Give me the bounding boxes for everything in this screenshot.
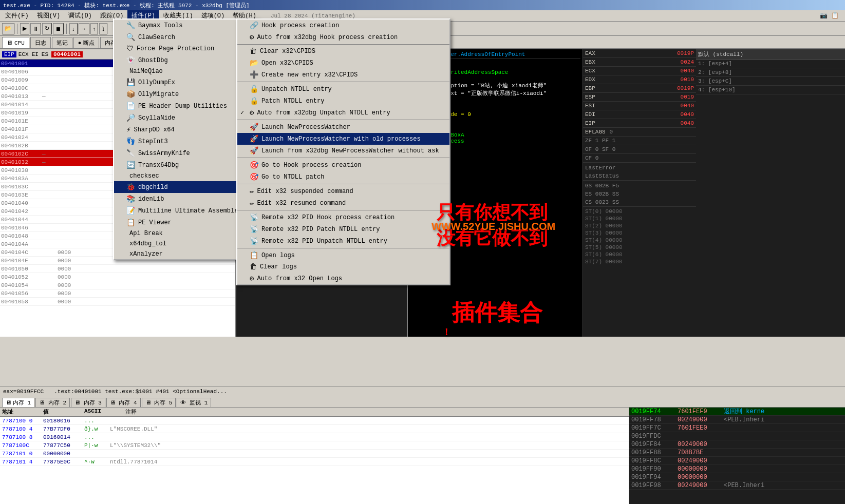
mem-row[interactable]: 7787101 4 77875E0C ^·w ntdll.77871014 [0, 458, 629, 466]
code-view[interactable]: mov eax,0x3 and eax,0xB mov eax,0x0 mov … [236, 49, 407, 337]
stack-row[interactable]: 0019FFDC [629, 432, 845, 440]
mem-row[interactable]: 7787101 0 00000000 [0, 450, 629, 458]
menu-api-break[interactable]: Api Break ▶ [114, 228, 258, 239]
submenu-arrow: ▶ [245, 150, 248, 157]
menu-swissarmyknife[interactable]: 🔪 SwissArmyKnife ▶ [114, 147, 258, 159]
registers-panel: EAX0019P EBX0024 ECX0040 EDX0019 EBP0019… [583, 49, 696, 337]
submenu-arrow: ▶ [245, 103, 248, 109]
run-btn[interactable]: ▶ [20, 23, 29, 34]
code-line: int3 [238, 142, 405, 150]
stack-panel: 默认 (stdcall) 1: [esp+4] 2: [esp+8] 3: [e… [696, 49, 845, 337]
bottom-tab-mem4[interactable]: 🖥 内存 4 [106, 398, 141, 407]
submenu-arrow: ▶ [245, 23, 248, 29]
stack-row[interactable]: 0019FF7C 7601FEE0 [629, 424, 845, 432]
menu-ollydumpex[interactable]: 💾 OllyDumpEx ▶ [114, 76, 258, 88]
menu-multiline[interactable]: 📝 Multiline Ultimate Assembler ▶ [114, 205, 258, 217]
menu-scyllanide[interactable]: 🔎 ScyllaNide ▶ [114, 112, 258, 124]
tab-snowman[interactable]: Snowman [336, 37, 369, 48]
disasm-row[interactable]: 004010580000 [0, 298, 235, 306]
status-eax: eax=0019FFCC [3, 389, 44, 395]
baymax-icon: 🔧 [126, 21, 135, 30]
disasm-row[interactable]: 004010500000 [0, 265, 235, 273]
open-btn[interactable]: 📂 [2, 23, 14, 34]
menu-ghostdbg[interactable]: 👻 GhostDbg ▶ [114, 54, 258, 66]
step-over-btn[interactable]: → [79, 23, 89, 34]
lasterror-label: LastError [583, 163, 696, 172]
step-into-btn[interactable]: ↓ [69, 23, 78, 34]
laststatus-label: LastStatus [583, 172, 696, 180]
mem-row[interactable]: 7787100 8 00160014 ... [0, 433, 629, 441]
tab-cpu-label: CPU [14, 40, 25, 46]
stack-row[interactable]: 0019FF78 00249000 <PEB.Inheri [629, 416, 845, 424]
tab-pe-viewer[interactable]: PE Viewer [296, 37, 335, 48]
menu-baymax[interactable]: 🔧 Baymax Tools ▶ [114, 20, 258, 31]
menu-transx64[interactable]: 🔄 Transx64Dbg ▶ [114, 159, 258, 171]
fpu-row: ST(2) 00000 [583, 222, 696, 229]
menu-sharpod[interactable]: ⚡ SharpOD x64 ▶ [114, 124, 258, 135]
flags-row: OF 0 SF 0 [583, 145, 696, 154]
mem-row[interactable]: 7787100 4 77B77DF0 ð}.w L"MSCOREE.DLL" [0, 425, 629, 433]
tab-breakpoints[interactable]: ● 断点 [73, 37, 100, 48]
tab-cpu[interactable]: 🖥 CPU [2, 37, 29, 48]
memory-panel: 地址 值 ASCII 注释 7787100 0 00180016 ... 778… [0, 408, 629, 504]
menu-checksec[interactable]: checksec ▶ [114, 171, 258, 181]
menu-debug[interactable]: 调试(D) [64, 10, 96, 21]
bottom-tab-mem1[interactable]: 🖥 内存 1 [2, 398, 34, 407]
menu-naimeqiao[interactable]: NaiMeQiao ▶ [114, 66, 258, 76]
pause-btn[interactable]: ⏸ [30, 23, 41, 34]
status-path: .text:00401001 test.exe:$1001 #401 <Opti… [54, 389, 227, 395]
bottom-tab-mem5[interactable]: 🖥 内存 5 [142, 398, 176, 407]
run-to-cursor-btn[interactable]: ⤵ [99, 23, 107, 34]
stop-btn[interactable]: ⏹ [53, 23, 64, 34]
status-bar: eax=0019FFCC .text:00401001 test.exe:$10… [0, 386, 845, 396]
stack-row[interactable]: 0019FF84 00249000 [629, 440, 845, 449]
bottom-area: 🖥 内存 1 🖥 内存 2 🖥 内存 3 🖥 内存 4 🖥 内存 5 👁 监视 … [0, 396, 845, 504]
code-line: push test.403000 [238, 92, 405, 101]
submenu-arrow: ▶ [245, 34, 248, 41]
scylla-icon: 🔎 [126, 113, 135, 122]
tab-bp-text: 断点 [83, 39, 95, 47]
menu-clawsearch[interactable]: 🔍 ClawSearch ▶ [114, 31, 258, 43]
mem-row[interactable]: 7787100C 77877C50 P|·w L"\\SYSTEM32\\" [0, 441, 629, 450]
bottom-tab-mem3[interactable]: 🖥 内存 3 [71, 398, 105, 407]
tab-trace[interactable]: 跟踪 [257, 37, 277, 48]
menu-xanalyzer[interactable]: xAnalyzer ▶ [114, 249, 258, 259]
bottom-tab-mem2[interactable]: 🖥 内存 2 [35, 398, 70, 407]
tab-pe[interactable]: PE [278, 37, 294, 48]
menu-dbgchild[interactable]: 🐞 dbgchild ▶ [114, 181, 258, 193]
fpu-row: ST(0) 00000 [583, 208, 696, 215]
menu-ollymigrate[interactable]: 📦 OllyMigrate ▶ [114, 88, 258, 100]
fpu-row: ST(5) 00000 [583, 244, 696, 251]
disasm-row[interactable]: 004010540000 [0, 281, 235, 289]
menu-file[interactable]: 文件(F) [1, 10, 33, 21]
stack-row[interactable]: 0019FF88 7D8B7BE [629, 449, 845, 457]
mem1-label: 内存 1 [13, 399, 31, 406]
menu-idenlib[interactable]: 📚 idenLib ▶ [114, 193, 258, 205]
ghost-icon: 👻 [126, 56, 135, 65]
tab-notes[interactable]: 笔记 [52, 37, 72, 48]
mem-row[interactable]: 7787100 0 00180016 ... [0, 417, 629, 425]
call-arg: 1: [esp+4] [696, 60, 845, 68]
disasm-row[interactable]: 004010560000 [0, 289, 235, 298]
menu-x64dbg-tol[interactable]: x64dbg_tol ▶ [114, 239, 258, 249]
menu-pe-header-dump[interactable]: 📄 PE Header Dump Utilities ▶ [114, 100, 258, 112]
tab-log[interactable]: 日志 [30, 37, 51, 48]
stack-row[interactable]: 0019FF8C 00249000 [629, 457, 845, 465]
stack-row[interactable]: 0019FF94 00000000 [629, 473, 845, 481]
tab-bp-label: ● [78, 40, 82, 46]
fpu-section: ST(0) 00000 ST(1) 00000 ST(2) 00000 ST(3… [583, 206, 696, 265]
disasm-row[interactable]: 004010520000 [0, 273, 235, 281]
stack-row[interactable]: 0019FF90 00000000 [629, 465, 845, 473]
submenu-arrow: ▶ [245, 173, 248, 179]
menu-pe-viewer[interactable]: 📋 PE Viewer ▶ [114, 217, 258, 228]
menu-force-page[interactable]: 🛡 Force Page Protection ▶ [114, 43, 258, 54]
step-out-btn[interactable]: ↑ [90, 23, 99, 34]
bottom-content: 地址 值 ASCII 注释 7787100 0 00180016 ... 778… [0, 408, 845, 504]
menu-stepint3[interactable]: 👣 StepInt3 ▶ [114, 135, 258, 147]
stack-row[interactable]: 0019FF98 00249000 <PEB.Inheri [629, 481, 845, 490]
restart-btn[interactable]: ↻ [42, 23, 52, 34]
multi-icon: 📝 [126, 206, 135, 215]
bottom-tab-watch[interactable]: 👁 监视 1 [177, 398, 211, 407]
menu-view[interactable]: 视图(V) [33, 10, 65, 21]
stack-row[interactable]: 0019FF74 7601FEF9 返回到 kerne [629, 408, 845, 416]
